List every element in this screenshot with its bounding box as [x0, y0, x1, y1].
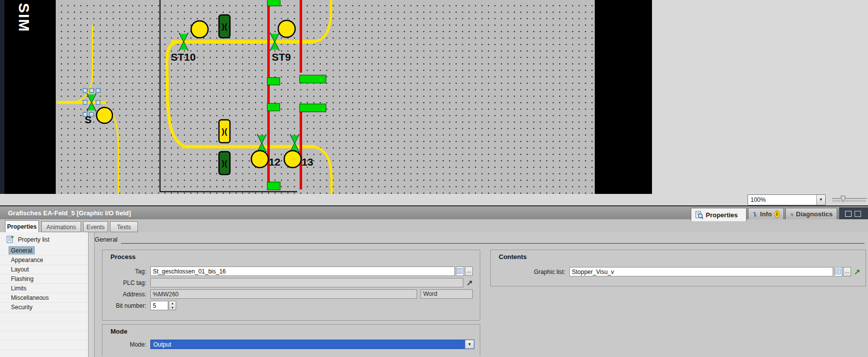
- valve-icons[interactable]: [179, 33, 299, 152]
- dock-tab-info-label: Info: [760, 210, 772, 218]
- address-type-field: Word: [421, 289, 473, 299]
- property-list-empty-row: [0, 312, 88, 322]
- station-label-st9: ST9: [272, 51, 291, 63]
- plant-graphic: )( )( )(: [0, 0, 868, 194]
- tab-events[interactable]: Events: [83, 221, 108, 232]
- graphic-list-goto-icon[interactable]: ↗: [854, 268, 861, 275]
- tag-list-button[interactable]: [456, 267, 464, 276]
- canvas-black-bar-left: SIM: [4, 0, 56, 194]
- property-item-layout[interactable]: Layout: [0, 265, 88, 274]
- tag-label: Tag:: [103, 268, 146, 275]
- graphic-list-browse-button[interactable]: ...: [843, 267, 851, 276]
- address-label: Address:: [103, 291, 146, 298]
- diagnostics-icon: [790, 210, 793, 218]
- spinner-down-icon[interactable]: ▼: [169, 306, 176, 310]
- properties-icon: [695, 211, 703, 219]
- property-item-security[interactable]: Security: [0, 303, 88, 312]
- editor-zoom-bar: 100% ▼: [0, 194, 868, 205]
- zoom-level-combobox[interactable]: 100% ▼: [748, 194, 826, 205]
- graphic-list-label: Graphic list:: [491, 268, 565, 275]
- sensor-dark-1[interactable]: )(: [219, 15, 230, 38]
- bit-number-label: Bit number:: [103, 302, 146, 309]
- inspector-title: Grafisches EA-Feld_5 [Graphic I/O field]: [8, 209, 131, 217]
- dock-tab-diagnostics[interactable]: Diagnostics: [785, 208, 837, 220]
- window-edge: [0, 0, 4, 194]
- screen-editor-canvas[interactable]: )( )( )(: [0, 0, 868, 194]
- property-item-limits[interactable]: Limits: [0, 284, 88, 293]
- inspector-window-controls: [839, 207, 868, 220]
- zoom-slider-thumb[interactable]: [841, 196, 845, 201]
- dock-tab-diagnostics-label: Diagnostics: [796, 210, 833, 218]
- spinner-up-icon[interactable]: ▲: [169, 301, 176, 306]
- property-item-miscellaneous[interactable]: Miscellaneous: [0, 293, 88, 303]
- property-list-icon: [6, 235, 14, 243]
- dock-tab-info[interactable]: Info i: [748, 208, 784, 220]
- dock-tab-properties-label: Properties: [706, 211, 738, 219]
- plc-tag-goto-icon[interactable]: ↗: [466, 279, 473, 286]
- svg-text:)(: )(: [221, 159, 227, 168]
- property-item-flashing[interactable]: Flashing: [0, 274, 88, 284]
- sim-vertical-label: SIM: [15, 3, 32, 32]
- property-list-empty-row: [0, 331, 88, 341]
- bit-number-spinner[interactable]: ▲ ▼: [169, 301, 176, 310]
- section-divider: [121, 243, 865, 244]
- tab-texts[interactable]: Texts: [110, 221, 138, 232]
- mode-group: Mode Mode: Output ▼: [102, 324, 480, 356]
- inspector-content: Property list General Appearance Layout …: [0, 232, 868, 357]
- info-icon: [753, 210, 758, 218]
- mode-dropdown-arrow-icon[interactable]: ▼: [465, 340, 474, 349]
- bit-number-input[interactable]: [150, 301, 168, 310]
- mode-dropdown-value: Output: [151, 341, 465, 348]
- process-group: Process Tag: ... PLC tag: ↗: [102, 250, 480, 321]
- svg-text:)(: )(: [221, 22, 227, 31]
- sidebar-splitter[interactable]: [89, 232, 95, 357]
- inspector-title-bar: Grafisches EA-Feld_5 [Graphic I/O field]…: [0, 205, 868, 219]
- address-input[interactable]: [150, 289, 417, 299]
- sensor-yellow[interactable]: )(: [219, 120, 230, 143]
- mode-dropdown[interactable]: Output ▼: [150, 340, 474, 349]
- zoom-dropdown-arrow-icon[interactable]: ▼: [816, 195, 825, 205]
- graphic-list-input[interactable]: [569, 267, 833, 276]
- process-group-title: Process: [110, 253, 136, 261]
- plc-tag-label: PLC tag:: [103, 279, 146, 286]
- tab-properties[interactable]: Properties: [5, 220, 39, 232]
- svg-text:)(: )(: [221, 127, 227, 136]
- tia-portal-window: )( )( )(: [0, 0, 868, 357]
- property-list-sidebar: Property list General Appearance Layout …: [0, 232, 89, 357]
- property-list-items: General Appearance Layout Flashing Limit…: [0, 246, 88, 357]
- float-panel-icon[interactable]: [845, 211, 852, 217]
- property-list-empty-row: [0, 341, 88, 350]
- graphic-list-list-button[interactable]: [834, 267, 842, 276]
- property-list-header: Property list: [0, 234, 89, 246]
- tag-input[interactable]: [150, 267, 455, 276]
- dock-tab-properties[interactable]: Properties: [691, 208, 747, 221]
- station-label-s: S: [85, 114, 92, 125]
- property-item-general[interactable]: General: [0, 246, 88, 256]
- property-item-appearance[interactable]: Appearance: [0, 256, 88, 265]
- mode-group-title: Mode: [110, 328, 127, 335]
- contents-group: Contents Graphic list: ... ↗: [490, 250, 866, 286]
- property-list-empty-row: [0, 350, 88, 357]
- station-label-st12: 12: [269, 156, 280, 168]
- station-label-st13: 13: [302, 156, 313, 168]
- section-title: General: [95, 236, 117, 243]
- plc-tag-input[interactable]: [150, 278, 463, 287]
- zoom-level-value: 100%: [748, 195, 816, 205]
- contents-group-title: Contents: [499, 253, 527, 261]
- property-list-empty-row: [0, 322, 88, 331]
- info-badge-icon: i: [774, 210, 779, 218]
- canvas-black-bar-right: [595, 0, 652, 194]
- station-label-st10: ST10: [171, 51, 196, 63]
- mode-label: Mode:: [103, 341, 146, 348]
- panel-list-icon[interactable]: [855, 211, 861, 217]
- zoom-slider[interactable]: [830, 194, 868, 205]
- sensor-dark-2[interactable]: )(: [219, 152, 230, 175]
- tag-browse-button[interactable]: ...: [465, 267, 473, 276]
- tab-animations[interactable]: Animations: [41, 221, 81, 232]
- property-list-label: Property list: [18, 236, 49, 243]
